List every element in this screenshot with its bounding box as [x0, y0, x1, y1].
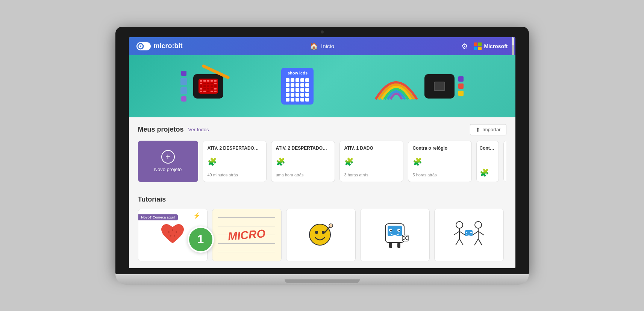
import-label: Importar [482, 127, 500, 132]
microsoft-logo[interactable]: Microsoft [474, 42, 508, 50]
dado-svg [378, 218, 412, 252]
project-card-partial[interactable]: Conta... 🧩 [476, 141, 499, 182]
hero-content: show leds [129, 55, 515, 117]
navbar-left: micro:bit [136, 42, 183, 50]
screen-inner: micro:bit 🏠 Inicio ⚙ [129, 37, 515, 268]
hero-board-left [193, 74, 223, 99]
ver-todos-link[interactable]: Ver todos [188, 127, 209, 132]
tutorials-section: Tutoriais Novo? Começa aqui! [129, 189, 515, 268]
microsoft-label: Microsoft [484, 43, 508, 49]
project-title-3: ATIV. 1 DADO [344, 146, 399, 151]
svg-point-25 [403, 239, 405, 240]
svg-point-9 [315, 231, 318, 234]
settings-button[interactable]: ⚙ [461, 42, 468, 51]
svg-point-5 [176, 231, 177, 233]
svg-rect-20 [397, 243, 400, 248]
cracha-thumb: MICRO [216, 211, 278, 258]
svg-line-36 [478, 231, 484, 235]
project-title-1: ATIV. 2 DESPERTADOR LU... [208, 146, 262, 151]
svg-point-12 [329, 224, 333, 228]
microbit-board-right [424, 74, 455, 99]
navbar: micro:bit 🏠 Inicio ⚙ [129, 37, 515, 55]
svg-line-32 [459, 239, 463, 245]
project-time-1: 49 minutos atrás [208, 173, 262, 177]
strip-dot-3 [180, 87, 187, 94]
smiley-svg [306, 219, 336, 251]
tutorial-thumb-5 [435, 209, 503, 261]
project-time-3: 3 horas atrás [344, 173, 399, 177]
amor-svg [450, 218, 488, 252]
new-project-plus-icon: + [161, 150, 175, 164]
svg-point-18 [399, 230, 400, 231]
svg-point-24 [405, 237, 406, 239]
project-title-4: Contra o relógio [413, 146, 467, 151]
svg-line-35 [473, 231, 478, 235]
tutorial-card-3[interactable]: Botões Smiley [286, 209, 356, 261]
projects-next-arrow[interactable]: › [503, 141, 506, 182]
project-icon-4: 🧩 [413, 157, 467, 166]
svg-point-6 [170, 235, 171, 237]
hero-right [372, 69, 464, 103]
svg-point-4 [172, 229, 173, 231]
new-project-label: Novo projeto [154, 167, 182, 172]
svg-rect-19 [389, 243, 392, 248]
camera-dot [321, 30, 324, 33]
svg-point-26 [406, 239, 408, 240]
tutorial-card-2[interactable]: MICRO Crachá [212, 209, 282, 261]
main-content: 1 Meus projetos Ver todos ⬆ Importar [129, 117, 515, 268]
show-leds-block: show leds [281, 68, 314, 105]
project-title-2: ATIV. 2 DESPERTADOR LU... [276, 146, 330, 151]
import-button[interactable]: ⬆ Importar [470, 124, 506, 135]
svg-point-2 [140, 46, 141, 47]
logo-text: micro:bit [154, 42, 183, 50]
svg-point-17 [390, 230, 392, 231]
home-icon: 🏠 [310, 42, 318, 50]
microbit-led-matrix [199, 79, 218, 94]
project-icon-1: 🧩 [208, 157, 262, 166]
tutorials-title: Tutoriais [138, 196, 166, 203]
microbit-logo[interactable]: micro:bit [136, 42, 183, 50]
svg-point-41 [470, 232, 472, 233]
tutorial-thumb-2: MICRO [212, 209, 281, 261]
rainbow-arc [372, 69, 421, 103]
microbit-screen-right [434, 82, 445, 91]
project-icon-partial: 🧩 [480, 168, 496, 177]
logo-icon [136, 42, 151, 50]
leds-grid [286, 78, 309, 102]
projects-section: Meus projetos Ver todos ⬆ Importar + Nov… [129, 117, 515, 189]
laptop-base [115, 274, 529, 285]
project-time-2: uma hora atrás [276, 173, 330, 177]
tutorial-card-4[interactable]: Dados [360, 209, 430, 261]
novo-badge: Novo? Começa aqui! [138, 214, 178, 220]
strip-dot-1 [181, 71, 186, 76]
project-card-4[interactable]: Contra o relógio 🧩 5 horas atrás [408, 141, 472, 182]
gear-icon: ⚙ [461, 42, 468, 51]
projects-title-row: Meus projetos Ver todos [138, 126, 209, 134]
svg-point-10 [322, 231, 325, 234]
svg-line-38 [478, 239, 482, 245]
heart-svg [159, 223, 186, 247]
import-icon: ⬆ [476, 127, 480, 133]
project-card-2[interactable]: ATIV. 2 DESPERTADOR LU... 🧩 uma hora atr… [271, 141, 335, 182]
ms-grid-icon [474, 42, 482, 50]
home-label[interactable]: Inicio [321, 43, 334, 49]
project-card-1[interactable]: ATIV. 2 DESPERTADOR LU... 🧩 49 minutos a… [203, 141, 267, 182]
svg-point-22 [403, 236, 405, 237]
navbar-center: 🏠 Inicio [310, 42, 334, 50]
svg-point-7 [174, 235, 175, 237]
tutorial-card-5[interactable]: Medidor do amor [434, 209, 504, 261]
new-project-card[interactable]: + Novo projeto [138, 141, 198, 182]
project-card-3[interactable]: ATIV. 1 DADO 🧩 3 horas atrás [339, 141, 403, 182]
svg-point-40 [466, 232, 467, 233]
tutorial-thumb-3 [286, 209, 355, 261]
svg-line-31 [456, 239, 459, 245]
project-title-partial: Conta... [480, 146, 496, 151]
tutorial-thumb-4 [361, 209, 429, 261]
hero-banner: show leds [129, 55, 515, 117]
project-time-4: 5 horas atrás [413, 173, 467, 177]
svg-point-3 [168, 231, 170, 233]
svg-line-30 [459, 231, 465, 235]
projects-row: + Novo projeto ATIV. 2 DESPERTADOR LU...… [138, 141, 506, 182]
show-leds-label: show leds [288, 71, 308, 75]
svg-line-29 [454, 231, 459, 235]
